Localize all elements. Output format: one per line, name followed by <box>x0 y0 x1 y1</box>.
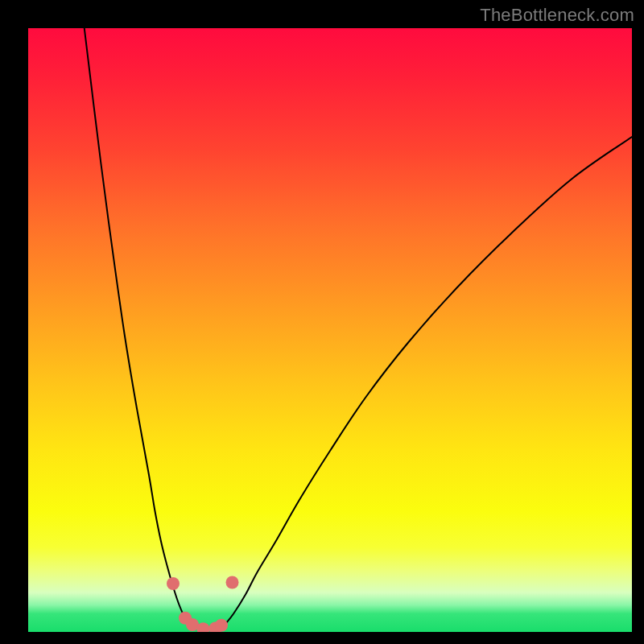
left-marker-high <box>167 577 180 590</box>
marker-group <box>167 576 239 633</box>
watermark-text: TheBottleneck.com <box>480 5 634 26</box>
curve-right-curve <box>225 137 632 625</box>
curve-group <box>85 28 632 630</box>
plot-svg <box>28 28 632 632</box>
right-marker-high <box>226 576 239 589</box>
plot-area <box>28 28 632 632</box>
right-marker-low <box>215 619 228 632</box>
curve-left-curve <box>85 28 192 625</box>
chart-frame: TheBottleneck.com <box>0 0 644 644</box>
